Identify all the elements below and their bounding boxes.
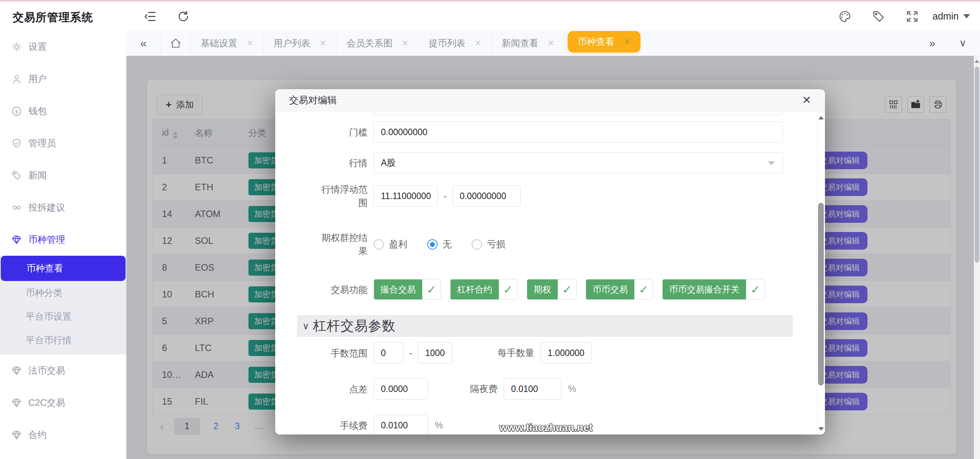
tabs-menu-chevron-icon[interactable]: ∨ [952,37,973,49]
home-tab[interactable] [161,31,191,56]
trading-pair-edit-modal: 交易对编辑 门槛 行情 A股 行情浮动范围 [275,89,825,434]
chevron-down-icon [768,161,775,165]
sidebar-subitem[interactable]: 平台币设置 [0,305,126,328]
tag-icon[interactable] [872,10,885,23]
close-icon[interactable] [624,37,630,46]
sidebar-item-news[interactable]: 新闻 [0,159,126,191]
tab[interactable]: 提币列表 [419,31,492,56]
market-row: 行情 A股 [322,152,783,173]
sidebar-item-label: 法币交易 [28,364,65,377]
overnight-input[interactable] [504,378,561,400]
sidebar-item-label: C2C交易 [28,397,65,409]
infinity-icon [11,203,22,213]
market-select[interactable]: A股 [374,152,783,173]
sidebar-item[interactable]: 法币交易 [0,354,126,387]
sidebar-item[interactable]: C2C交易 [0,387,126,419]
range-dash [409,348,412,358]
diamond-icon [11,430,22,440]
close-icon[interactable] [402,39,408,48]
coin-management-submenu: 币种查看币种分类平台币设置平台币行情 [0,256,126,354]
scroll-down-icon[interactable] [818,427,824,431]
sidebar-item-label: 设置 [28,41,47,53]
user-menu[interactable]: admin [933,11,970,22]
modal-header: 交易对编辑 [275,89,825,111]
radio-icon [472,239,482,250]
svg-text:$: $ [15,108,18,114]
threshold-input[interactable] [374,121,783,143]
clipped-field-input[interactable] [374,111,783,115]
option-control-row: 期权群控结果 盈利 无 亏损 [322,231,783,258]
close-icon[interactable] [547,39,554,48]
sidebar-item-wallet[interactable]: $ 钱包 [0,95,126,127]
tag-icon [11,170,22,181]
sidebar-item-label: 新闻 [28,169,47,181]
sidebar-item-label: 合约 [28,429,47,441]
radio-option[interactable]: 亏损 [472,238,505,250]
feature-toggle[interactable]: 币币交易 [586,279,653,300]
spread-input[interactable] [374,378,428,400]
username: admin [933,11,959,22]
diamond-icon [11,398,22,408]
leverage-params-section-header[interactable]: 杠杆交易参数 [297,315,793,337]
modal-title: 交易对编辑 [289,94,337,106]
lots-to-input[interactable] [418,342,452,364]
sidebar-item-label: 币种管理 [28,234,65,246]
modal-body: 门槛 行情 A股 行情浮动范围 期权群控结果 [275,111,817,434]
sidebar-item[interactable]: 合约 [0,419,126,451]
tabs-scroll-right-icon[interactable]: » [915,31,949,56]
tab[interactable]: 币种查看 [568,31,640,52]
page-scrollbar[interactable] [974,56,980,459]
float-range-from-input[interactable] [374,185,438,207]
feature-toggle[interactable]: 币币交易撮合开关 [662,279,765,300]
close-icon[interactable] [320,39,327,48]
feature-toggle[interactable]: 期权 [527,279,577,300]
modal-scrollbar[interactable] [817,111,825,434]
float-range-row: 行情浮动范围 [322,183,783,209]
sidebar-item-users[interactable]: 用户 [0,63,126,95]
features-label: 交易功能 [322,283,368,296]
lots-label: 手数范围 [322,346,368,360]
home-icon [170,37,182,49]
refresh-icon[interactable] [177,10,190,23]
diamond-icon [11,235,22,245]
scroll-up-icon[interactable] [975,60,979,63]
sidebar-item-label: 管理员 [28,137,56,149]
radio-option[interactable]: 盈利 [374,238,407,250]
page-scrollbar-thumb[interactable] [975,67,979,263]
sidebar-subitem[interactable]: 币种查看 [1,256,126,281]
overnight-unit: % [568,384,576,394]
close-icon[interactable] [475,39,482,48]
modal-scrollbar-thumb[interactable] [818,203,824,385]
tab[interactable]: 基础设置 [191,31,264,56]
sidebar-subitem[interactable]: 币种分类 [0,281,126,305]
close-icon[interactable] [802,95,811,106]
range-dash [444,191,447,201]
feature-toggles: 撮合交易 杠杆合约 期权 币币交易 币币交易撮合开关 [374,279,765,300]
sidebar-item-suggestions[interactable]: 投拆建议 [0,191,126,224]
fullscreen-icon[interactable] [906,10,919,23]
sidebar-item-label: 钱包 [28,105,47,117]
wallet-dollar-icon: $ [11,106,22,116]
option-control-radios: 盈利 无 亏损 [374,238,525,250]
per-lot-input[interactable] [541,342,592,364]
close-icon[interactable] [247,39,253,48]
palette-icon[interactable] [838,10,851,23]
radio-option[interactable]: 无 [427,238,452,250]
tab[interactable]: 用户列表 [264,31,337,56]
tab[interactable]: 会员关系图 [336,31,419,56]
sidebar-subitem[interactable]: 平台币行情 [0,328,126,352]
feature-toggle[interactable]: 撮合交易 [374,279,441,300]
tab[interactable]: 新闻查看 [492,31,565,56]
lots-from-input[interactable] [374,342,403,364]
top-accent-bar [0,0,980,2]
scroll-up-icon[interactable] [818,116,824,119]
feature-toggle[interactable]: 杠杆合约 [450,279,518,300]
tabs-scroll-left-icon[interactable]: « [126,31,161,56]
sidebar-item-coin-management[interactable]: 币种管理 [0,224,126,256]
chevron-down-icon [963,14,970,18]
tab-list: 基础设置 用户列表 会员关系图 提币列表 新闻查看 币种查看 [191,31,644,56]
menu-fold-icon[interactable] [144,10,157,23]
sidebar-item-admins[interactable]: 管理员 [0,127,126,159]
sidebar-item-settings[interactable]: 设置 [0,31,126,63]
float-range-to-input[interactable] [452,185,521,207]
